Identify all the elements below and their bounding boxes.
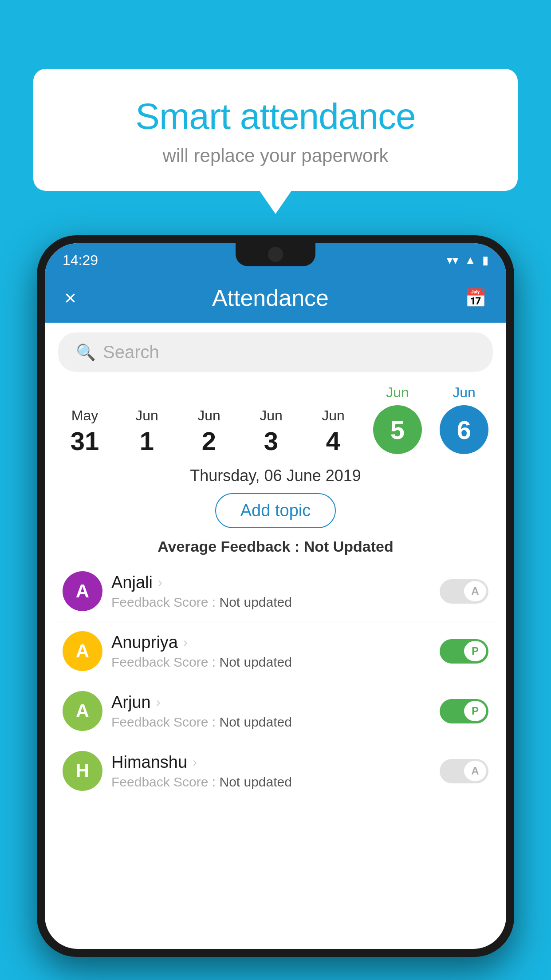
attendance-toggle-anupriya[interactable]: P: [440, 639, 488, 664]
app-header: × Attendance 📅: [45, 275, 506, 323]
student-name-arjun: Arjun ›: [111, 693, 431, 712]
date-day-1: 1: [125, 428, 169, 454]
date-jun5[interactable]: Jun 5: [373, 384, 422, 454]
student-list: A Anjali › Feedback Score : Not updated: [45, 561, 506, 801]
date-month-4: Jun: [322, 407, 345, 424]
close-button[interactable]: ×: [64, 288, 76, 308]
date-month-6: Jun: [453, 384, 476, 401]
date-month-1: Jun: [135, 407, 158, 424]
avg-feedback: Average Feedback : Not Updated: [45, 528, 506, 561]
toggle-knob-anjali: A: [464, 581, 486, 601]
date-may31[interactable]: May 31: [63, 407, 107, 454]
avg-feedback-value: Not Updated: [304, 538, 394, 555]
speech-bubble-title: Smart attendance: [55, 95, 496, 137]
attendance-toggle-anjali[interactable]: A: [440, 579, 488, 604]
avatar-arjun: A: [63, 691, 102, 731]
signal-icon: ▲: [464, 253, 476, 267]
header-title: Attendance: [212, 285, 329, 311]
student-info-himanshu: Himanshu › Feedback Score : Not updated: [102, 753, 440, 790]
date-month-2: Jun: [197, 407, 220, 424]
selected-date-label: Thursday, 06 June 2019: [45, 454, 506, 493]
phone-camera: [268, 247, 283, 262]
toggle-knob-arjun: P: [464, 701, 486, 721]
status-icons: ▾▾ ▲ ▮: [447, 253, 488, 267]
student-feedback-anupriya: Feedback Score : Not updated: [111, 655, 431, 670]
date-circle-green[interactable]: 5: [373, 405, 422, 454]
student-info-anupriya: Anupriya › Feedback Score : Not updated: [102, 633, 440, 670]
date-day-4: 4: [311, 428, 355, 454]
search-bar[interactable]: 🔍 Search: [58, 332, 493, 372]
student-info-arjun: Arjun › Feedback Score : Not updated: [102, 693, 440, 730]
date-day-5: 5: [390, 415, 405, 445]
date-jun1[interactable]: Jun 1: [125, 407, 169, 454]
phone-screen: 14:29 ▾▾ ▲ ▮ × Attendance 📅 🔍 Search: [45, 243, 506, 949]
date-month-3: Jun: [260, 407, 283, 424]
date-circle-blue[interactable]: 6: [440, 405, 488, 454]
phone-frame: 14:29 ▾▾ ▲ ▮ × Attendance 📅 🔍 Search: [37, 235, 514, 957]
search-input[interactable]: Search: [103, 342, 159, 362]
status-time: 14:29: [63, 252, 98, 269]
date-day-2: 2: [187, 428, 231, 454]
student-item-himanshu[interactable]: H Himanshu › Feedback Score : Not update…: [54, 741, 497, 801]
date-jun6[interactable]: Jun 6: [440, 384, 488, 454]
date-picker: May 31 Jun 1 Jun 2 Jun 3 Jun 4: [45, 372, 506, 454]
add-topic-button[interactable]: Add topic: [215, 493, 336, 528]
battery-icon: ▮: [482, 253, 488, 267]
student-item-anupriya[interactable]: A Anupriya › Feedback Score : Not update…: [54, 621, 497, 681]
avatar-anupriya: A: [63, 631, 102, 671]
avatar-himanshu: H: [63, 751, 102, 791]
date-jun4[interactable]: Jun 4: [311, 407, 355, 454]
phone-notch: [236, 243, 315, 266]
toggle-knob-himanshu: A: [464, 761, 486, 781]
student-info-anjali: Anjali › Feedback Score : Not updated: [102, 573, 440, 610]
calendar-icon[interactable]: 📅: [464, 288, 487, 308]
student-item-arjun[interactable]: A Arjun › Feedback Score : Not updated: [54, 681, 497, 741]
student-name-anjali: Anjali ›: [111, 573, 431, 592]
speech-bubble-subtitle: will replace your paperwork: [55, 145, 496, 166]
toggle-knob-anupriya: P: [464, 641, 486, 661]
date-day-0: 31: [63, 428, 107, 454]
search-icon: 🔍: [76, 343, 96, 362]
date-jun2[interactable]: Jun 2: [187, 407, 231, 454]
date-day-3: 3: [249, 428, 293, 454]
student-feedback-himanshu: Feedback Score : Not updated: [111, 775, 431, 790]
phone-mockup: 14:29 ▾▾ ▲ ▮ × Attendance 📅 🔍 Search: [37, 235, 514, 980]
attendance-toggle-himanshu[interactable]: A: [440, 759, 488, 783]
student-item-anjali[interactable]: A Anjali › Feedback Score : Not updated: [54, 561, 497, 621]
student-name-anupriya: Anupriya ›: [111, 633, 431, 652]
date-month-5: Jun: [386, 384, 409, 401]
date-jun3[interactable]: Jun 3: [249, 407, 293, 454]
avatar-anjali: A: [63, 571, 102, 611]
date-month-0: May: [71, 407, 98, 424]
date-day-6: 6: [457, 415, 471, 445]
avg-feedback-label: Average Feedback :: [157, 538, 299, 555]
chevron-right-icon: ›: [183, 635, 188, 650]
wifi-icon: ▾▾: [447, 253, 458, 267]
student-feedback-anjali: Feedback Score : Not updated: [111, 595, 431, 610]
attendance-toggle-arjun[interactable]: P: [440, 699, 488, 723]
chevron-right-icon: ›: [193, 755, 197, 770]
chevron-right-icon: ›: [156, 695, 161, 710]
student-feedback-arjun: Feedback Score : Not updated: [111, 715, 431, 730]
chevron-right-icon: ›: [158, 575, 162, 590]
student-name-himanshu: Himanshu ›: [111, 753, 431, 772]
speech-bubble-card: Smart attendance will replace your paper…: [33, 69, 518, 191]
